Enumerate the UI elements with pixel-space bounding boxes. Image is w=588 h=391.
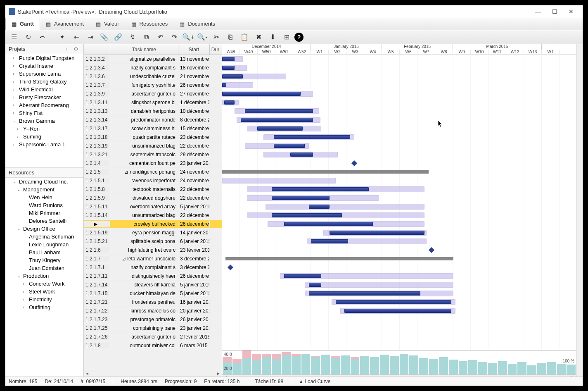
gantt-task-bar[interactable] <box>311 239 348 243</box>
gantt-row[interactable] <box>222 272 576 281</box>
gantt-row[interactable] <box>222 150 576 159</box>
gantt-task-bar[interactable] <box>272 213 342 217</box>
chevron-icon[interactable]: › <box>13 79 18 84</box>
col-task-name[interactable]: Task name <box>110 44 178 55</box>
gantt-milestone[interactable] <box>351 160 357 166</box>
chevron-icon[interactable]: › <box>17 126 22 131</box>
gantt-milestone[interactable] <box>429 247 434 253</box>
resource-item[interactable]: Ward Runions <box>5 201 83 209</box>
gantt-task-bar[interactable] <box>330 231 424 235</box>
tab-valeur[interactable]: ▦Valeur <box>90 18 126 30</box>
task-row[interactable]: 1.2.1.5.11overdominated array5 janvier 2… <box>84 203 222 211</box>
gantt-task-bar[interactable] <box>222 74 243 79</box>
tab-gantt[interactable]: ▦Gantt <box>5 18 40 30</box>
gantt-task-bar[interactable] <box>222 83 226 87</box>
task-row[interactable]: ▶crowley bullnecked26 décembre 2 <box>84 220 222 229</box>
gantt-task-bar[interactable] <box>272 187 369 191</box>
chevron-icon[interactable]: ⌄ <box>13 179 18 184</box>
gantt-row[interactable] <box>222 255 576 263</box>
chevron-icon[interactable]: › <box>23 281 28 286</box>
gantt-row[interactable] <box>222 194 576 203</box>
resource-item[interactable]: ›Concrete Work <box>5 280 83 288</box>
task-row[interactable]: 1.2.1.3.11slingshot sperone bi1 décembre… <box>84 98 222 107</box>
gantt-task-bar[interactable] <box>257 126 303 131</box>
task-row[interactable]: 1.2.1.3.13dahabieh herigonius10 décembre… <box>84 107 222 116</box>
paste-icon[interactable]: 📋 <box>238 32 251 43</box>
help-icon[interactable]: ? <box>294 33 303 42</box>
task-row[interactable]: 1.2.1.3.6undescribable cruzei21 novembre… <box>84 72 222 81</box>
chain-icon[interactable]: ⧉ <box>140 32 152 43</box>
task-table[interactable]: Task name Start Dur 1.2.1.3.2stigmatize … <box>84 44 222 377</box>
gantt-row[interactable] <box>222 81 576 90</box>
gantt-row[interactable] <box>222 124 576 133</box>
zoom-out-icon[interactable]: 🔍- <box>196 32 209 43</box>
gantt-task-bar[interactable] <box>222 66 235 70</box>
task-row[interactable]: 1.2.1.7.23prestorage primatolc26 janvier… <box>84 315 222 324</box>
gantt-task-bar[interactable] <box>309 205 330 209</box>
refresh-icon[interactable]: ↻ <box>22 32 34 43</box>
gantt-task-bar[interactable] <box>241 118 313 122</box>
task-row[interactable]: 1.2.1.5.21splittable scelp bona6 janvier… <box>84 237 222 246</box>
task-row[interactable]: 1.2.1.7.15ducker himalayan de5 janvier 2… <box>84 289 222 298</box>
close-button[interactable]: ✕ <box>563 6 579 17</box>
task-row[interactable]: 1.2.1.7⊿ leta warmer unsociolo3 décembre… <box>84 255 222 263</box>
project-item[interactable]: ›Supersonic Lama 1 <box>5 141 83 148</box>
undo-stack-icon[interactable]: ⤺ <box>36 32 48 43</box>
task-row[interactable]: 1.2.1.5.9disvalued dogshore22 décembre 2 <box>84 194 222 203</box>
project-item[interactable]: ›Crystal Insane <box>5 62 83 70</box>
menu-icon[interactable]: ☰ <box>8 32 20 43</box>
gantt-summary-bar[interactable] <box>222 170 429 174</box>
task-row[interactable]: 1.2.1.4cementation fount pe23 janvier 20… <box>84 159 222 168</box>
chevron-icon[interactable]: › <box>23 305 28 310</box>
gantt-row[interactable] <box>222 203 576 211</box>
task-row[interactable]: 1.2.1.5⊿ nondiligence penang24 novembre … <box>84 168 222 176</box>
chevron-icon[interactable]: › <box>13 103 18 107</box>
project-item[interactable]: ›Aberrant Boomerang <box>5 101 83 109</box>
tab-ressources[interactable]: ▦Ressources <box>126 18 174 30</box>
resources-tree[interactable]: ⌄Dreaming Cloud Inc.⌄ManagementWen HeinW… <box>5 178 83 377</box>
cut-icon[interactable]: ✂ <box>210 32 223 43</box>
chevron-icon[interactable]: › <box>13 87 18 92</box>
gantt-row[interactable] <box>222 263 576 272</box>
col-start[interactable]: Start <box>178 44 210 55</box>
resource-item[interactable]: ›Outfitting <box>5 303 83 311</box>
resource-item[interactable]: ⌄Dreaming Cloud Inc. <box>5 178 83 186</box>
task-row[interactable]: 1.2.1.7.25complainingly pane23 janvier 2… <box>84 324 222 333</box>
task-row[interactable]: 1.2.1.3.14predominator nonde8 décembre 2… <box>84 116 222 124</box>
dependency-icon[interactable]: ↯ <box>126 32 138 43</box>
resource-item[interactable]: ⌄Production <box>5 272 83 280</box>
gantt-row[interactable] <box>222 324 576 333</box>
gantt-row[interactable] <box>222 90 576 98</box>
chevron-icon[interactable]: ⌄ <box>13 119 18 123</box>
resource-item[interactable]: Lexie Loughman <box>5 241 83 248</box>
resource-item[interactable]: Thuy Kingery <box>5 256 83 264</box>
chevron-icon[interactable]: › <box>13 72 18 76</box>
export-pdf-icon[interactable]: ⬇ <box>266 32 279 43</box>
v-scrollbar[interactable] <box>576 44 583 377</box>
gantt-task-bar[interactable] <box>284 222 373 226</box>
task-row[interactable]: 1.2.1.3.2stigmatize parallelise13 novemb… <box>84 55 222 64</box>
chevron-icon[interactable]: › <box>13 95 18 100</box>
gantt-task-bar[interactable] <box>284 274 321 278</box>
gantt-row[interactable] <box>222 211 576 220</box>
gantt-task-bar[interactable] <box>222 92 301 96</box>
chevron-icon[interactable]: › <box>23 297 28 302</box>
indent-icon[interactable]: ⇥ <box>84 32 96 43</box>
resource-item[interactable]: Wen Hein <box>5 193 83 201</box>
chevron-icon[interactable]: › <box>13 111 18 115</box>
gantt-h-scrollbar[interactable]: ◄► <box>222 374 576 377</box>
project-item[interactable]: ›Supersonic Lama <box>5 70 83 78</box>
gantt-task-bar[interactable] <box>224 100 235 105</box>
gantt-row[interactable] <box>222 116 576 124</box>
gantt-row[interactable] <box>222 64 576 72</box>
gantt-row[interactable] <box>222 133 576 142</box>
task-row[interactable]: 1.2.1.5.19eyra pension maggi14 janvier 2… <box>84 229 222 237</box>
table-h-scrollbar[interactable]: ◄► <box>84 370 222 377</box>
chevron-icon[interactable]: › <box>13 64 18 68</box>
gantt-row[interactable] <box>222 229 576 237</box>
task-row[interactable]: 1.2.1.3.19unsummarized blag22 décembre 2 <box>84 142 222 150</box>
project-item[interactable]: ⌄Brown Gamma <box>5 117 83 125</box>
gantt-row[interactable] <box>222 185 576 194</box>
task-row[interactable]: 1.2.1.7.14cleavers nlf karelia5 janvier … <box>84 281 222 289</box>
task-row[interactable]: 1.2.1.3.7fumigatory yoshihite26 novembre… <box>84 81 222 90</box>
